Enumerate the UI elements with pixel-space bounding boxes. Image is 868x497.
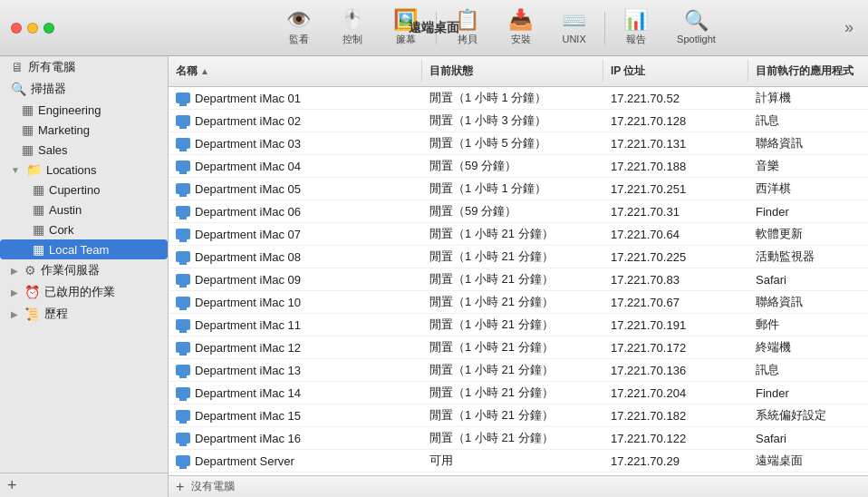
- cell-status: 閒置（1 小時 21 分鐘）: [422, 336, 603, 358]
- table-row[interactable]: Department iMac 09 閒置（1 小時 21 分鐘） 17.221…: [169, 268, 868, 291]
- computer-icon: [176, 138, 190, 149]
- header-ip[interactable]: IP 位址: [603, 60, 748, 83]
- cell-name: Department iMac 02: [169, 110, 422, 132]
- computer-icon: [176, 342, 190, 353]
- status-bar: + 沒有電腦: [169, 475, 868, 497]
- maximize-button[interactable]: [43, 23, 54, 34]
- cell-ip: 17.221.70.128: [603, 110, 748, 132]
- cell-name: Department iMac 08: [169, 246, 422, 268]
- cell-ip: 17.221.70.225: [603, 246, 748, 268]
- cell-status: 可用: [422, 450, 603, 472]
- cell-ip: 17.221.70.182: [603, 404, 748, 426]
- cell-app: 聯絡資訊: [748, 291, 868, 313]
- table-row[interactable]: Department iMac 14 閒置（1 小時 21 分鐘） 17.221…: [169, 382, 868, 404]
- header-status[interactable]: 目前狀態: [422, 60, 603, 83]
- sidebar-item-austin[interactable]: ▦ Austin: [0, 200, 168, 219]
- cell-app: Safari: [748, 268, 868, 290]
- table-row[interactable]: Department iMac 03 閒置（1 小時 5 分鐘） 17.221.…: [169, 132, 868, 155]
- sidebar-item-local-team[interactable]: ▦ Local Team: [0, 239, 168, 259]
- status-add-button[interactable]: +: [176, 480, 184, 494]
- table-row[interactable]: Department iMac 16 閒置（1 小時 21 分鐘） 17.221…: [169, 427, 868, 450]
- cell-status: 閒置（1 小時 1 分鐘）: [422, 178, 603, 200]
- cell-status: 閒置（1 小時 21 分鐘）: [422, 359, 603, 381]
- sidebar-item-cupertino[interactable]: ▦ Cupertino: [0, 180, 168, 200]
- table-row[interactable]: Department iMac 05 閒置（1 小時 1 分鐘） 17.221.…: [169, 178, 868, 200]
- sidebar-item-locations[interactable]: ▼ 📁 Locations: [0, 160, 168, 180]
- cell-ip: 17.221.70.29: [603, 450, 748, 472]
- sidebar-item-scanner[interactable]: 🔍 掃描器: [0, 78, 168, 100]
- running-tasks-chevron-icon: ▶: [11, 287, 18, 297]
- sidebar-item-sales[interactable]: ▦ Sales: [0, 140, 168, 160]
- table-row[interactable]: Department iMac 10 閒置（1 小時 21 分鐘） 17.221…: [169, 291, 868, 314]
- main-area: 🖥 所有電腦 🔍 掃描器 ▦ Engineering ▦ Marketing ▦…: [0, 56, 868, 497]
- cell-name: Department iMac 09: [169, 268, 422, 290]
- sidebar-item-work-server[interactable]: ▶ ⚙ 作業伺服器: [0, 259, 168, 281]
- cell-app: 聯絡資訊: [748, 132, 868, 154]
- locations-icon: 📁: [26, 162, 42, 177]
- sidebar-item-all-computers[interactable]: 🖥 所有電腦: [0, 56, 168, 78]
- close-button[interactable]: [11, 23, 22, 34]
- cell-name: Department iMac 05: [169, 178, 422, 200]
- sidebar-item-cork[interactable]: ▦ Cork: [0, 219, 168, 239]
- header-app[interactable]: 目前執行的應用程式: [748, 60, 868, 83]
- sidebar-item-marketing[interactable]: ▦ Marketing: [0, 120, 168, 140]
- cell-app: 系統偏好設定: [748, 404, 868, 426]
- copy-label: 拷貝: [458, 33, 477, 46]
- cell-ip: 17.221.70.131: [603, 132, 748, 154]
- cell-status: 閒置（1 小時 21 分鐘）: [422, 427, 603, 449]
- toolbar-install[interactable]: 📥 安裝: [494, 6, 547, 50]
- cell-ip: 17.221.70.191: [603, 314, 748, 336]
- cell-ip: 17.221.70.251: [603, 178, 748, 200]
- report-icon: 📊: [623, 10, 648, 30]
- titlebar: 遠端桌面 👁️ 監看 🖱️ 控制 🖼️ 簾幕 📋 拷貝 📥 安裝 ⌨️ UNIX: [0, 0, 868, 56]
- sidebar-add-button[interactable]: +: [7, 477, 17, 493]
- table-row[interactable]: Department iMac 13 閒置（1 小時 21 分鐘） 17.221…: [169, 359, 868, 382]
- computer-icon: [176, 433, 190, 443]
- cell-app: Safari: [748, 427, 868, 449]
- table-row[interactable]: Department iMac 15 閒置（1 小時 21 分鐘） 17.221…: [169, 404, 868, 427]
- cell-app: 計算機: [748, 87, 868, 109]
- sidebar-item-engineering[interactable]: ▦ Engineering: [0, 100, 168, 120]
- sidebar-item-all-computers-label: 所有電腦: [28, 59, 75, 75]
- cell-app: 郵件: [748, 314, 868, 336]
- cell-name: Department Server: [169, 450, 422, 472]
- table-row[interactable]: Department iMac 08 閒置（1 小時 21 分鐘） 17.221…: [169, 246, 868, 268]
- cell-app: Finder: [748, 382, 868, 404]
- sidebar-item-history[interactable]: ▶ 📜 歷程: [0, 303, 168, 325]
- computer-icon: [176, 387, 190, 398]
- cell-ip: 17.221.70.83: [603, 268, 748, 290]
- running-tasks-icon: ⏰: [24, 285, 40, 299]
- cell-app: 訊息: [748, 359, 868, 381]
- table-row[interactable]: Department Server 可用 17.221.70.29 遠端桌面: [169, 450, 868, 473]
- toolbar-control[interactable]: 🖱️ 控制: [325, 6, 379, 50]
- table-row[interactable]: Department iMac 07 閒置（1 小時 21 分鐘） 17.221…: [169, 223, 868, 246]
- more-toolbar-button[interactable]: »: [839, 15, 859, 41]
- cell-name: Department iMac 07: [169, 223, 422, 245]
- cell-status: 閒置（1 小時 21 分鐘）: [422, 223, 603, 245]
- sidebar-item-cork-label: Cork: [49, 223, 73, 237]
- computer-icon: [176, 410, 190, 421]
- sidebar-item-running-tasks[interactable]: ▶ ⏰ 已啟用的作業: [0, 281, 168, 303]
- table-row[interactable]: Department iMac 12 閒置（1 小時 21 分鐘） 17.221…: [169, 336, 868, 359]
- minimize-button[interactable]: [27, 23, 38, 34]
- monitor-label: 監看: [289, 33, 309, 46]
- cell-app: 終端機: [748, 336, 868, 358]
- table-row[interactable]: Department iMac 11 閒置（1 小時 21 分鐘） 17.221…: [169, 314, 868, 336]
- toolbar-report[interactable]: 📊 報告: [609, 6, 662, 50]
- table-row[interactable]: Department iMac 02 閒置（1 小時 3 分鐘） 17.221.…: [169, 110, 868, 132]
- computer-icon: [176, 229, 190, 239]
- cell-ip: 17.221.70.204: [603, 382, 748, 404]
- computer-icon: [176, 183, 190, 194]
- unix-icon: ⌨️: [562, 11, 586, 31]
- toolbar-monitor[interactable]: 👁️ 監看: [272, 6, 325, 50]
- toolbar-unix[interactable]: ⌨️ UNIX: [547, 7, 601, 48]
- computer-icon: [176, 365, 190, 375]
- table-row[interactable]: Department iMac 01 閒置（1 小時 1 分鐘） 17.221.…: [169, 87, 868, 110]
- cell-name: Department iMac 16: [169, 427, 422, 449]
- table-row[interactable]: Department iMac 04 閒置（59 分鐘） 17.221.70.1…: [169, 155, 868, 178]
- header-name[interactable]: 名稱 ▲: [169, 60, 422, 83]
- cell-status: 閒置（1 小時 21 分鐘）: [422, 268, 603, 290]
- table-row[interactable]: Department iMac 06 閒置（59 分鐘） 17.221.70.3…: [169, 200, 868, 223]
- spotlight-icon: 🔍: [684, 11, 709, 31]
- toolbar-spotlight[interactable]: 🔍 Spotlight: [662, 7, 730, 48]
